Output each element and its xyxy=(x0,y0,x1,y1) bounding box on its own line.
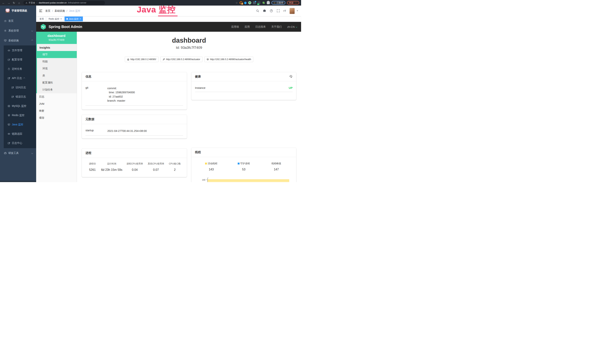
sidebar-item-system[interactable]: 系统管理 xyxy=(0,26,36,36)
extension-icon-on[interactable]: on xyxy=(258,1,260,4)
sba-nav-applications[interactable]: 应用 xyxy=(245,25,250,29)
help-icon[interactable] xyxy=(269,9,273,13)
sidebar-label-infra: 基础设施 xyxy=(8,39,19,42)
status-badge-up: UP xyxy=(289,86,292,89)
fullscreen-icon[interactable] xyxy=(276,9,280,13)
sba-menu-scheduled-tasks[interactable]: 计划任务 xyxy=(37,86,77,93)
sba-menu-caches[interactable]: 缓存 xyxy=(36,114,77,121)
tab-home[interactable]: 首页 xyxy=(38,17,46,21)
address-bar[interactable]: ⚠ 不安全 | dashboard.yudao.iocoder.cn/infra… xyxy=(23,1,105,5)
app-logo-row[interactable]: 芋道管理系统 xyxy=(0,6,36,16)
history-icon[interactable] xyxy=(289,75,292,78)
avatar-caret-icon[interactable] xyxy=(297,11,298,11)
sidebar-item-scheduled-job[interactable]: 定时任务 xyxy=(4,64,36,74)
sba-nav-about[interactable]: 关于我们 xyxy=(271,25,282,29)
url-path: /infra/admin-server xyxy=(68,1,86,4)
hamburger-menu-icon[interactable] xyxy=(39,10,42,12)
sba-menu-metrics[interactable]: 性能 xyxy=(37,58,77,65)
close-icon[interactable]: × xyxy=(80,18,81,20)
sidebar-item-redis-monitor[interactable]: Redis 监控 xyxy=(4,111,36,120)
extensions-puzzle-icon[interactable] xyxy=(267,1,270,4)
sba-menu-classes[interactable]: 类 xyxy=(37,72,77,79)
sba-section-label: Insights xyxy=(37,44,77,51)
legend-square-live-icon xyxy=(205,163,207,164)
info-git-label: git xyxy=(86,86,107,103)
active-tab-dot xyxy=(66,18,68,20)
sba-menu-jvm[interactable]: JVM xyxy=(36,100,77,107)
browser-reload-icon[interactable]: ↻ xyxy=(12,1,16,4)
actuator-url-link[interactable]: http://192.168.0.2:48080/actuator xyxy=(160,57,203,62)
avatar[interactable] xyxy=(290,8,295,14)
sba-insights-section: Insights 细节 性能 环境 类 配置属性 计划任务 xyxy=(36,44,77,93)
service-url-link[interactable]: http://192.168.0.2:48080/ xyxy=(125,57,159,62)
briefcase-icon xyxy=(4,152,7,154)
paused-badge[interactable]: ☺ 已暂停 xyxy=(271,1,285,5)
sba-menu-logs[interactable]: 日志 xyxy=(36,93,77,100)
sidebar-item-access-log[interactable]: 访问日志 xyxy=(4,83,36,92)
sba-nav-journal[interactable]: 日志报表 xyxy=(255,25,266,29)
extension-icon-pin[interactable] xyxy=(244,1,247,4)
chevron-down-icon xyxy=(31,152,33,154)
sidebar-item-error-log[interactable]: 错误日志 xyxy=(4,92,36,101)
sba-menu-mappings[interactable]: 映射 xyxy=(36,107,77,114)
sidebar-item-log-center[interactable]: 日志中心 xyxy=(4,139,36,148)
browser-back-icon[interactable]: ← xyxy=(2,1,5,4)
sidebar-item-trace[interactable]: 链路追踪 xyxy=(4,129,36,139)
process-val-uptime: 6d 23h 15m 59s xyxy=(99,168,124,171)
eye-icon xyxy=(8,133,10,135)
legend-live-value: 143 xyxy=(195,168,228,171)
threads-chart: 140 120 100 xyxy=(197,174,292,182)
not-secure-label: 不安全 xyxy=(29,1,35,4)
browser-home-icon[interactable]: ⌂ xyxy=(17,1,21,4)
language-selector[interactable]: zh-CN xyxy=(287,25,297,28)
health-url-link[interactable]: http://192.168.0.2:48080/actuator/health xyxy=(204,57,253,62)
close-icon[interactable]: × xyxy=(60,18,62,20)
breadcrumb-separator: / xyxy=(66,10,67,12)
sba-menu-environment[interactable]: 环境 xyxy=(37,65,77,72)
log-edit-icon xyxy=(8,142,10,144)
chevron-up-icon xyxy=(31,40,33,42)
extension-badge: 1 xyxy=(241,3,243,5)
health-card-title: 健康 xyxy=(195,75,201,79)
health-instance-label: Instance xyxy=(195,86,206,89)
breadcrumb-infra[interactable]: 基础设施 xyxy=(54,9,65,13)
extension-icon-green-y[interactable]: y xyxy=(248,1,251,4)
legend-live-label: 活动线程 xyxy=(208,162,217,165)
sba-menu-config-props[interactable]: 配置属性 xyxy=(37,79,77,86)
sidebar-item-infra[interactable]: 基础设施 xyxy=(0,36,36,45)
extension-icon-leaf[interactable] xyxy=(262,1,265,4)
heartbeat-icon xyxy=(206,58,209,61)
breadcrumb-home[interactable]: 首页 xyxy=(45,9,50,13)
browser-forward-icon[interactable]: → xyxy=(7,1,10,4)
tab-redis-monitor[interactable]: Redis 监控 × xyxy=(47,17,64,21)
language-label: zh-CN xyxy=(287,25,295,28)
sidebar-item-api-log[interactable]: API 日志 xyxy=(4,74,36,83)
tab-java-monitor-active[interactable]: Java 监控 × xyxy=(64,17,83,21)
extension-on-badge: on xyxy=(257,3,259,5)
breadcrumb-separator: / xyxy=(52,10,53,12)
font-size-icon[interactable]: тT xyxy=(283,10,286,12)
sidebar-item-config-manage[interactable]: 配置管理 xyxy=(4,55,36,64)
extension-icon-orange[interactable]: 1 xyxy=(239,1,243,4)
database-icon xyxy=(8,105,10,107)
extension-icon-grid[interactable] xyxy=(253,1,256,4)
sidebar-item-home[interactable]: 首页 xyxy=(0,16,36,26)
health-instance-row[interactable]: Instance UP xyxy=(195,83,293,92)
sidebar-item-dev-tools[interactable]: 研发工具 xyxy=(0,148,36,158)
sidebar-item-java-monitor-active[interactable]: Java 监控 xyxy=(4,120,36,129)
info-git-row: git commit: time: 1596289704000 id: 27aa… xyxy=(86,83,183,106)
sidebar-label-error-log: 错误日志 xyxy=(16,95,26,98)
search-icon[interactable] xyxy=(256,9,259,13)
sba-nav-wallboard[interactable]: 应用墙 xyxy=(231,25,239,29)
sidebar-item-file-manage[interactable]: 文件管理 xyxy=(4,46,36,55)
sba-instance-header[interactable]: dashboard 93a3fc7f7409 xyxy=(36,32,77,44)
browser-menu-dots-icon[interactable]: ⋮ xyxy=(295,2,297,4)
legend-peak-label: 线程峰值 xyxy=(271,162,281,165)
bookmark-star-icon[interactable]: ☆ xyxy=(236,1,238,4)
tab-java-label: Java 监控 xyxy=(69,17,79,21)
update-button[interactable]: 更新 ⋮ xyxy=(287,1,299,5)
sba-brand-title[interactable]: Spring Boot Admin xyxy=(49,25,82,29)
github-icon[interactable] xyxy=(263,9,266,13)
sba-menu-details-active[interactable]: 细节 xyxy=(37,51,77,58)
sidebar-item-mysql-monitor[interactable]: MySQL 监控 xyxy=(4,101,36,111)
